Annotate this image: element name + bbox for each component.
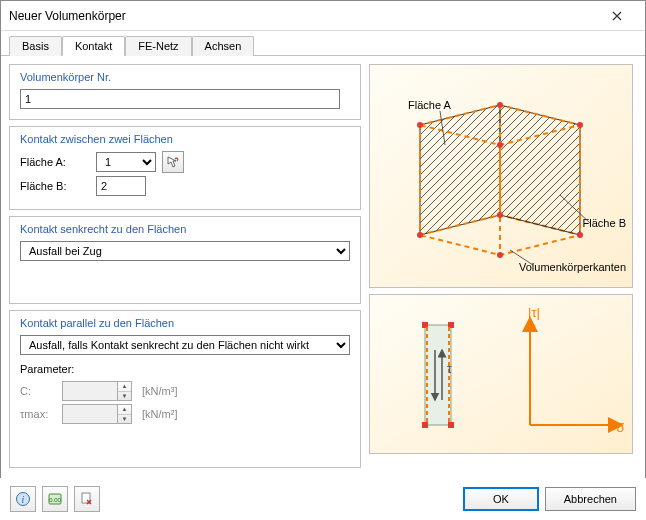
c-spinner[interactable]: ▲▼	[62, 381, 132, 401]
svg-text:0.00: 0.00	[49, 497, 61, 503]
flaeche-a-select[interactable]: 1	[96, 152, 156, 172]
group-kontakt-parallel: Kontakt parallel zu den Flächen Ausfall,…	[9, 310, 361, 468]
svg-text:τ: τ	[447, 362, 452, 376]
svg-point-6	[577, 122, 583, 128]
help-button[interactable]: i	[10, 486, 36, 512]
svg-marker-2	[500, 105, 580, 235]
flaeche-b-label: Fläche B:	[20, 180, 90, 192]
kontakt-senkrecht-select[interactable]: Ausfall bei Zug	[20, 241, 350, 261]
group-volumenkoerper-nr: Volumenkörper Nr.	[9, 64, 361, 120]
svg-marker-0	[420, 105, 500, 235]
tab-content: Volumenkörper Nr. Kontakt zwischen zwei …	[1, 56, 645, 476]
group-legend: Kontakt zwischen zwei Flächen	[20, 133, 350, 145]
pick-face-button[interactable]	[162, 151, 184, 173]
tab-strip: Basis Kontakt FE-Netz Achsen	[1, 31, 645, 56]
flaeche-a-label: Fläche A:	[20, 156, 90, 168]
group-kontakt-flaechen: Kontakt zwischen zwei Flächen Fläche A: …	[9, 126, 361, 210]
parameter-label: Parameter:	[20, 363, 350, 375]
svg-point-11	[497, 252, 503, 258]
group-legend: Volumenkörper Nr.	[20, 71, 350, 83]
label-flaeche-b: Fläche B	[583, 217, 626, 229]
svg-text:i: i	[22, 494, 25, 505]
axis-delta-label: δ	[617, 420, 624, 435]
footer: i 0.00 OK Abbrechen	[0, 478, 646, 520]
ok-button[interactable]: OK	[463, 487, 539, 511]
units-icon: 0.00	[47, 491, 63, 507]
tab-achsen[interactable]: Achsen	[192, 36, 255, 56]
close-button[interactable]	[597, 2, 637, 30]
diagram-isometric: Fläche A Fläche B Volumenkörperkanten	[369, 64, 633, 288]
axis-tau-label: |τ|	[528, 305, 540, 320]
c-label: C:	[20, 385, 56, 397]
svg-point-8	[417, 232, 423, 238]
c-unit: [kN/m³]	[142, 385, 177, 397]
tab-fenetz[interactable]: FE-Netz	[125, 36, 191, 56]
tab-kontakt[interactable]: Kontakt	[62, 36, 125, 56]
label-kanten: Volumenkörperkanten	[519, 261, 626, 273]
close-icon	[612, 11, 622, 21]
svg-point-9	[497, 212, 503, 218]
group-legend: Kontakt senkrecht zu den Flächen	[20, 223, 350, 235]
reset-icon	[79, 491, 95, 507]
reset-button[interactable]	[74, 486, 100, 512]
svg-point-5	[497, 102, 503, 108]
group-legend: Kontakt parallel zu den Flächen	[20, 317, 350, 329]
c-input	[62, 381, 117, 401]
window-title: Neuer Volumenkörper	[9, 9, 597, 23]
diagram-tau-delta: τ |τ| δ	[369, 294, 633, 454]
flaeche-b-input[interactable]	[96, 176, 146, 196]
tab-basis[interactable]: Basis	[9, 36, 62, 56]
units-button[interactable]: 0.00	[42, 486, 68, 512]
svg-point-4	[417, 122, 423, 128]
svg-point-10	[577, 232, 583, 238]
tau-label: τmax:	[20, 408, 56, 420]
svg-rect-16	[448, 422, 454, 428]
tau-unit: [kN/m²]	[142, 408, 177, 420]
svg-rect-15	[422, 422, 428, 428]
label-flaeche-a: Fläche A	[408, 99, 451, 111]
help-icon: i	[15, 491, 31, 507]
tau-input	[62, 404, 117, 424]
volumenkoerper-nr-input[interactable]	[20, 89, 340, 109]
kontakt-parallel-select[interactable]: Ausfall, falls Kontakt senkrecht zu den …	[20, 335, 350, 355]
svg-point-7	[497, 142, 503, 148]
pick-icon	[166, 155, 180, 169]
titlebar: Neuer Volumenkörper	[1, 1, 645, 31]
cancel-button[interactable]: Abbrechen	[545, 487, 636, 511]
tau-spinner[interactable]: ▲▼	[62, 404, 132, 424]
group-kontakt-senkrecht: Kontakt senkrecht zu den Flächen Ausfall…	[9, 216, 361, 304]
